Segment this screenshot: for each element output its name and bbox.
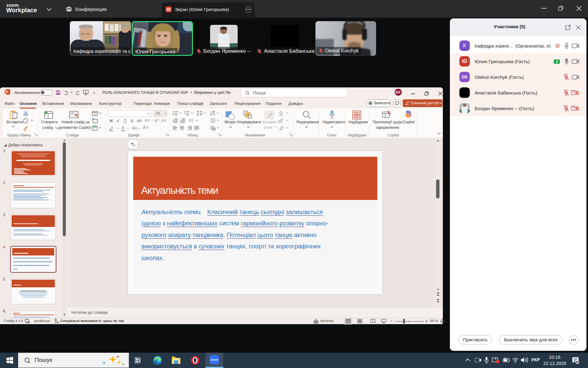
svg-text:P: P [6, 90, 8, 94]
svg-text:1: 1 [577, 361, 578, 364]
svg-text:A: A [213, 111, 214, 113]
